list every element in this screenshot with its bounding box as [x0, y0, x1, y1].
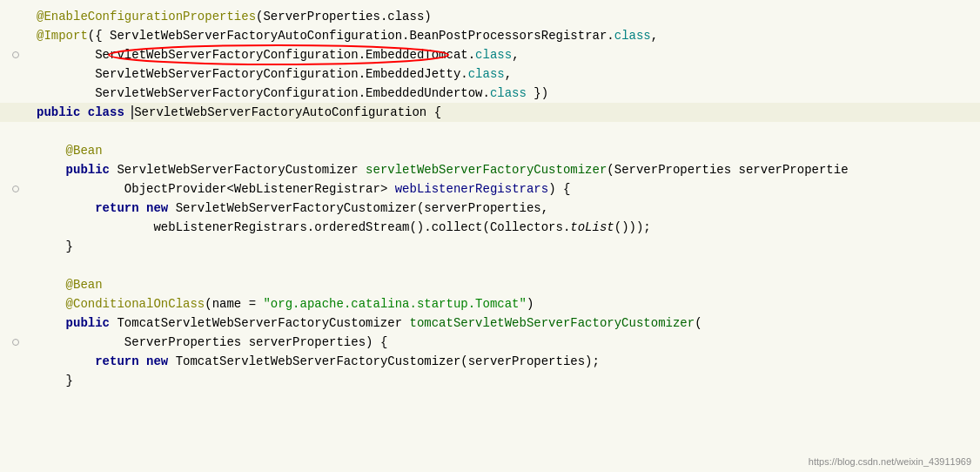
- line-19-content: return new TomcatServletWebServerFactory…: [28, 354, 980, 368]
- code-line-10: ObjectProvider<WebListenerRegistrar> web…: [0, 179, 980, 199]
- gutter-dot-3: [12, 51, 19, 58]
- line-4-content: ServletWebServerFactoryConfiguration.Emb…: [28, 67, 980, 81]
- code-line-14: [0, 256, 980, 275]
- gutter-3: [7, 51, 24, 58]
- line-20-content: }: [28, 374, 980, 388]
- line-2-content: @Import({ ServletWebServerFactoryAutoCon…: [28, 29, 980, 43]
- gutter-10: [7, 185, 24, 192]
- code-line-6: public class ServletWebServerFactoryAuto…: [0, 103, 980, 122]
- code-line-3: ServletWebServerFactoryConfiguration.Emb…: [0, 45, 980, 64]
- line-9-content: public ServletWebServerFactoryCustomizer…: [28, 163, 980, 177]
- code-line-1: @EnableConfigurationProperties(ServerPro…: [0, 7, 980, 26]
- line-3-content: ServletWebServerFactoryConfiguration.Emb…: [28, 48, 980, 62]
- code-line-13: }: [0, 237, 980, 256]
- conditional-annotation: @ConditionalOnClass: [66, 297, 205, 311]
- code-line-8: @Bean: [0, 141, 980, 160]
- code-line-9: public ServletWebServerFactoryCustomizer…: [0, 160, 980, 179]
- watermark: https://blog.csdn.net/weixin_43911969: [809, 456, 971, 467]
- line-5-content: ServletWebServerFactoryConfiguration.Emb…: [28, 86, 980, 100]
- line-15-content: @Bean: [28, 278, 980, 292]
- line-12-content: webListenerRegistrars.orderedStream().co…: [28, 220, 980, 234]
- annotation-enable: @EnableConfigurationProperties: [37, 10, 256, 24]
- code-line-2: @Import({ ServletWebServerFactoryAutoCon…: [0, 26, 980, 45]
- code-line-12: webListenerRegistrars.orderedStream().co…: [0, 218, 980, 237]
- line-11-content: return new ServletWebServerFactoryCustom…: [28, 201, 980, 215]
- line-16-content: @ConditionalOnClass(name = "org.apache.c…: [28, 297, 980, 311]
- line-18-content: ServerProperties serverProperties) {: [28, 335, 980, 349]
- code-line-19: return new TomcatServletWebServerFactory…: [0, 352, 980, 371]
- line-6-content: public class ServletWebServerFactoryAuto…: [28, 105, 980, 119]
- line-7-content: [28, 125, 980, 138]
- code-container: @EnableConfigurationProperties(ServerPro…: [0, 0, 980, 472]
- gutter-dot-10: [12, 185, 19, 192]
- annotation-import: @Import: [37, 29, 88, 43]
- code-line-18: ServerProperties serverProperties) {: [0, 333, 980, 352]
- code-line-17: public TomcatServletWebServerFactoryCust…: [0, 314, 980, 333]
- line-13-content: }: [28, 239, 980, 253]
- code-line-16: @ConditionalOnClass(name = "org.apache.c…: [0, 294, 980, 314]
- code-line-15: @Bean: [0, 275, 980, 294]
- gutter-18: [7, 339, 24, 346]
- line-8-content: @Bean: [28, 144, 980, 158]
- code-line-5: ServletWebServerFactoryConfiguration.Emb…: [0, 84, 980, 103]
- line-17-content: public TomcatServletWebServerFactoryCust…: [28, 316, 980, 330]
- code-line-7: [0, 122, 980, 141]
- gutter-dot-18: [12, 339, 19, 346]
- line-14-content: [28, 259, 980, 273]
- line-1-content: @EnableConfigurationProperties(ServerPro…: [28, 10, 980, 24]
- bean-annotation-2: @Bean: [66, 278, 103, 292]
- code-line-11: return new ServletWebServerFactoryCustom…: [0, 199, 980, 218]
- code-line-20: }: [0, 371, 980, 390]
- code-line-4: ServletWebServerFactoryConfiguration.Emb…: [0, 64, 980, 84]
- line-10-content: ObjectProvider<WebListenerRegistrar> web…: [28, 182, 980, 196]
- bean-annotation-1: @Bean: [66, 144, 103, 158]
